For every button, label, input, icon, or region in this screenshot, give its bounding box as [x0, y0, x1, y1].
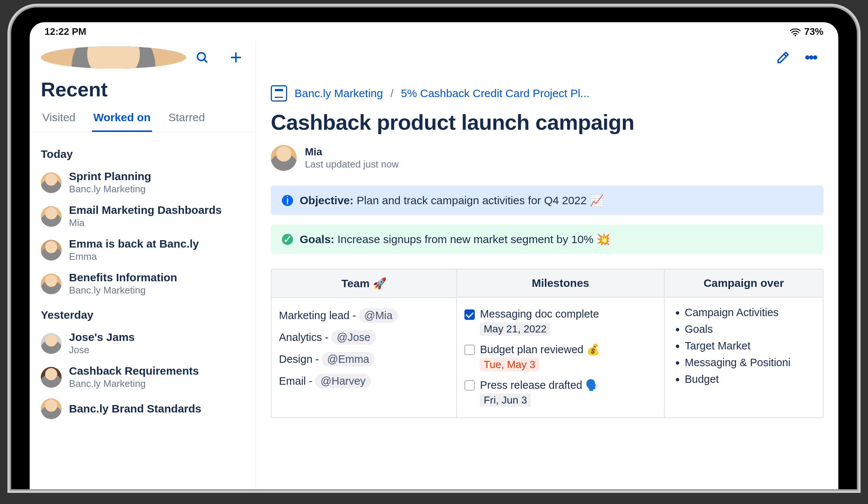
campaign-item[interactable]: Goals	[685, 321, 815, 338]
status-bar: 12:22 PM 73%	[30, 22, 838, 41]
milestone-row: Budget plan reviewed 💰Tue, May 3	[464, 339, 657, 375]
checkbox[interactable]	[464, 345, 475, 355]
svg-point-6	[806, 56, 809, 59]
breadcrumb: Banc.ly Marketing / 5% Cashback Credit C…	[271, 85, 823, 102]
milestone-row: Messaging doc completeMay 21, 2022	[464, 304, 657, 339]
date-chip[interactable]: May 21, 2022	[480, 322, 550, 336]
item-sub: Mia	[69, 217, 222, 229]
list-item[interactable]: Jose's JamsJose	[41, 326, 244, 360]
item-sub: Banc.ly Marketing	[69, 183, 151, 195]
date-chip[interactable]: Tue, May 3	[480, 358, 539, 371]
th-campaign: Campaign over	[665, 269, 823, 298]
campaign-item[interactable]: Campaign Activities	[685, 304, 815, 321]
tab-starred[interactable]: Starred	[167, 107, 206, 132]
milestone-text: Press release drafted 🗣️	[480, 379, 599, 391]
list-item[interactable]: Sprint PlanningBanc.ly Marketing	[41, 166, 244, 199]
author-name: Mia	[305, 146, 399, 158]
objective-label: Objective:	[300, 194, 354, 206]
th-team: Team 🚀	[272, 269, 456, 298]
author-avatar[interactable]	[271, 145, 297, 171]
avatar	[41, 398, 62, 419]
item-title: Sprint Planning	[69, 170, 151, 183]
item-title: Emma is back at Banc.ly	[69, 238, 199, 250]
page-icon	[271, 85, 287, 102]
group-label: Today	[41, 148, 244, 160]
mention[interactable]: @Mia	[359, 308, 398, 323]
list-item[interactable]: Banc.ly Brand Standards	[41, 394, 244, 424]
avatar	[41, 367, 62, 388]
checkbox[interactable]	[464, 380, 475, 391]
status-battery: 73%	[804, 26, 823, 37]
avatar[interactable]	[41, 46, 186, 69]
content-table: Team 🚀 Marketing lead - @MiaAnalytics - …	[271, 269, 823, 418]
team-row: Email - @Harvey	[279, 370, 449, 392]
more-icon[interactable]	[803, 49, 820, 66]
item-title: Benefits Information	[69, 271, 177, 284]
sidebar-tabs: Visited Worked on Starred	[30, 107, 256, 132]
tab-worked-on[interactable]: Worked on	[92, 107, 152, 132]
create-icon[interactable]	[227, 49, 244, 66]
author-meta: Last updated just now	[305, 159, 399, 170]
th-milestones: Milestones	[457, 269, 664, 298]
objective-panel: i Objective: Plan and track campaign act…	[271, 186, 823, 215]
svg-point-1	[197, 53, 205, 60]
tab-visited[interactable]: Visited	[41, 107, 77, 132]
breadcrumb-parent[interactable]: 5% Cashback Credit Card Project Pl...	[401, 87, 590, 100]
team-row: Analytics - @Jose	[279, 326, 449, 348]
campaign-item[interactable]: Budget	[685, 371, 815, 388]
chart-emoji: 📈	[590, 194, 604, 206]
avatar	[41, 172, 62, 193]
checkbox[interactable]	[464, 309, 475, 320]
mention[interactable]: @Harvey	[315, 374, 371, 388]
team-row: Marketing lead - @Mia	[279, 305, 449, 326]
item-sub: Jose	[69, 344, 135, 356]
campaign-item[interactable]: Target Market	[685, 338, 815, 354]
milestone-text: Budget plan reviewed 💰	[480, 343, 600, 356]
milestone-text: Messaging doc complete	[480, 308, 599, 320]
search-icon[interactable]	[194, 49, 211, 66]
list-item[interactable]: Cashback RequirementsBanc.ly Marketing	[41, 360, 244, 394]
svg-point-8	[814, 56, 817, 59]
item-sub: Banc.ly Marketing	[69, 285, 177, 296]
svg-point-0	[795, 35, 796, 36]
avatar	[41, 206, 62, 227]
team-role: Analytics -	[279, 331, 332, 343]
item-title: Jose's Jams	[69, 331, 135, 344]
date-chip[interactable]: Fri, Jun 3	[480, 394, 531, 407]
goals-text: Increase signups from new market segment…	[338, 233, 594, 245]
wifi-icon	[790, 27, 800, 36]
list-item[interactable]: Emma is back at Banc.lyEmma	[41, 233, 244, 267]
collision-emoji: 💥	[596, 233, 610, 245]
team-row: Design - @Emma	[279, 348, 449, 370]
edit-icon[interactable]	[775, 49, 792, 66]
svg-line-5	[784, 54, 786, 56]
list-item[interactable]: Email Marketing DashboardsMia	[41, 199, 244, 233]
team-role: Marketing lead -	[279, 309, 359, 321]
item-sub: Banc.ly Marketing	[69, 378, 199, 389]
team-role: Design -	[279, 353, 322, 365]
svg-point-7	[810, 56, 813, 59]
item-title: Banc.ly Brand Standards	[69, 402, 201, 415]
goals-label: Goals:	[300, 233, 334, 245]
page-title: Cashback product launch campaign	[271, 110, 823, 135]
item-title: Cashback Requirements	[69, 365, 199, 377]
item-title: Email Marketing Dashboards	[69, 204, 222, 216]
check-icon: ✓	[282, 234, 293, 245]
group-label: Yesterday	[41, 309, 244, 321]
objective-text: Plan and track campaign activities for Q…	[356, 194, 586, 206]
avatar	[41, 240, 62, 261]
mention[interactable]: @Emma	[322, 352, 374, 367]
svg-line-2	[204, 60, 207, 63]
breadcrumb-space[interactable]: Banc.ly Marketing	[295, 87, 383, 100]
campaign-item[interactable]: Messaging & Positioni	[685, 354, 815, 371]
status-time: 12:22 PM	[45, 26, 86, 37]
team-role: Email -	[279, 375, 315, 387]
avatar	[41, 273, 62, 294]
goals-panel: ✓ Goals: Increase signups from new marke…	[271, 225, 823, 254]
info-icon: i	[282, 195, 293, 206]
main-content: Banc.ly Marketing / 5% Cashback Credit C…	[256, 41, 838, 489]
author-row: Mia Last updated just now	[271, 145, 823, 171]
item-sub: Emma	[69, 251, 199, 262]
list-item[interactable]: Benefits InformationBanc.ly Marketing	[41, 267, 244, 301]
mention[interactable]: @Jose	[332, 330, 376, 345]
